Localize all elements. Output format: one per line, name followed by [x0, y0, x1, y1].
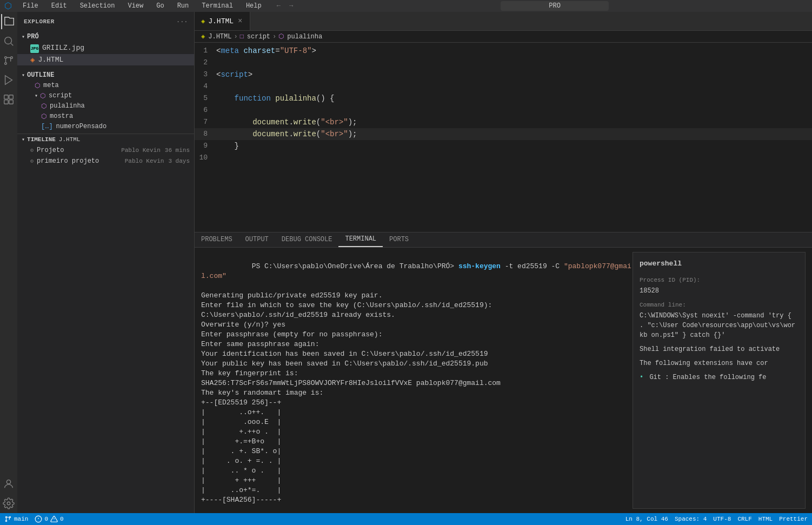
jpg-icon: JPG — [30, 43, 39, 53]
tab-jhtml-label: J.HTML — [208, 17, 234, 25]
code-line-9: 9 } — [195, 140, 812, 152]
outline-header[interactable]: ▾ OUTLINE — [17, 70, 194, 81]
line-num-4: 4 — [195, 81, 216, 92]
tab-close-button[interactable]: × — [237, 16, 243, 26]
ps-pid-value: 18528 — [640, 286, 798, 296]
line-content-1: <meta charset="UTF-8"> — [216, 45, 812, 57]
status-eol-label: CRLF — [737, 516, 751, 522]
svg-point-0 — [5, 37, 12, 44]
status-branch[interactable]: main — [4, 515, 28, 523]
menu-file[interactable]: File — [21, 1, 41, 11]
outline-script[interactable]: ▾ ⬡ script — [17, 91, 194, 101]
ps-popup-title: powershell — [640, 259, 798, 269]
pro-folder-header[interactable]: ▾ PRÓ — [17, 31, 194, 42]
file-griilz[interactable]: JPG GRIILZ.jpg — [17, 42, 194, 54]
terminal-line-4: Overwrite (y/n)? yes — [201, 320, 633, 330]
svg-point-12 — [7, 502, 10, 505]
timeline-item-1[interactable]: ⊙ primeiro projeto Pablo Kevin 3 days — [17, 156, 194, 167]
terminal-line-17: | . +. SB*. o| — [201, 447, 633, 456]
outline-numeropensado[interactable]: […] numeroPensado — [17, 122, 194, 131]
line-num-2: 2 — [195, 57, 216, 69]
status-formatter[interactable]: Prettier — [779, 516, 808, 522]
status-eol[interactable]: CRLF — [737, 516, 751, 522]
outline-mostra[interactable]: ⬡ mostra — [17, 111, 194, 122]
tab-debug-console[interactable]: DEBUG CONSOLE — [275, 232, 339, 247]
timeline-item-0[interactable]: ⊙ Projeto Pablo Kevin 36 mins — [17, 145, 194, 156]
ps-extensions-items: • Git : Enables the following fe — [640, 373, 798, 382]
line-num-3: 3 — [195, 69, 216, 81]
file-jhtml-label: J.HTML — [38, 56, 63, 64]
status-errors[interactable]: 0 0 — [35, 515, 63, 523]
nav-back[interactable]: ← — [277, 2, 281, 10]
source-control-icon[interactable] — [1, 53, 16, 68]
status-ln-col[interactable]: Ln 8, Col 46 — [625, 516, 668, 522]
line-content-2 — [216, 57, 812, 69]
code-editor[interactable]: 1 <meta charset="UTF-8"> 2 3 <script> 4 … — [195, 43, 812, 232]
run-icon[interactable] — [1, 72, 16, 88]
breadcrumb-script[interactable]: script — [247, 33, 270, 41]
line-content-7: document.write("<br>"); — [216, 116, 812, 128]
status-encoding[interactable]: UTF-8 — [713, 516, 731, 522]
outline-meta-icon: ⬡ — [35, 82, 40, 90]
svg-point-11 — [6, 480, 10, 484]
status-spaces-label: Spaces: 4 — [675, 516, 707, 522]
svg-point-2 — [5, 57, 7, 59]
extensions-icon[interactable] — [1, 92, 16, 107]
menu-run[interactable]: Run — [175, 1, 191, 11]
terminal-line-1: Generating public/private ed25519 key pa… — [201, 291, 633, 301]
terminal-line-12: +--[ED25519 256]--+ — [201, 398, 633, 408]
line-content-4 — [216, 81, 812, 92]
breadcrumb-pulalinha-icon: ⬡ — [278, 32, 284, 41]
file-jhtml[interactable]: ◈ J.HTML — [17, 54, 194, 65]
outline-mostra-icon: ⬡ — [41, 112, 46, 121]
timeline-header[interactable]: ▾ TIMELINE J.HTML — [17, 134, 194, 145]
search-icon[interactable] — [1, 34, 16, 49]
menu-edit[interactable]: Edit — [49, 1, 69, 11]
ps-cmdline-row: Command line: C:\WINDOWS\Syst noexit' -c… — [640, 300, 798, 340]
terminal-line-7: Your identification has been saved in C:… — [201, 349, 633, 359]
breadcrumb-pulalinha[interactable]: pulalinha — [287, 33, 322, 41]
status-errors-count: 0 — [44, 516, 48, 522]
pro-folder: ▾ PRÓ JPG GRIILZ.jpg ◈ J.HTML — [17, 31, 194, 65]
tab-jhtml[interactable]: ◈ J.HTML × — [195, 12, 250, 30]
terminal-line-22: +----[SHA256]-----+ — [201, 495, 633, 505]
files-icon[interactable] — [1, 14, 16, 29]
accounts-icon[interactable] — [1, 476, 16, 491]
tab-ports[interactable]: PORTS — [383, 232, 415, 247]
outline-pulalinha[interactable]: ⬡ pulalinha — [17, 101, 194, 111]
menu-terminal[interactable]: Terminal — [199, 1, 235, 11]
chevron-down-icon: ▾ — [22, 34, 25, 40]
menu-view[interactable]: View — [125, 1, 145, 11]
nav-forward[interactable]: → — [289, 2, 293, 10]
status-language[interactable]: HTML — [758, 516, 773, 522]
breadcrumb: ◈ J.HTML › □ script › ⬡ pulalinha — [195, 31, 812, 43]
line-content-8: document.write("<br>"); — [216, 128, 812, 140]
status-spaces[interactable]: Spaces: 4 — [675, 516, 707, 522]
timeline-dot-1: ⊙ — [30, 158, 34, 164]
outline-script-chevron: ▾ — [35, 92, 38, 99]
menu-help[interactable]: Help — [244, 1, 264, 11]
timeline-author-0: Pablo Kevin — [121, 147, 161, 154]
timeline-filename: J.HTML — [59, 136, 81, 143]
terminal-line-23: PS C:\Users\pablo\OneDrive\Área de Traba… — [201, 505, 633, 513]
timeline-section: ▾ TIMELINE J.HTML ⊙ Projeto Pablo Kevin … — [17, 134, 194, 167]
breadcrumb-jhtml[interactable]: J.HTML — [208, 33, 231, 41]
menu-go[interactable]: Go — [154, 1, 166, 11]
settings-icon[interactable] — [1, 496, 16, 511]
search-bar[interactable]: PRO — [501, 1, 609, 11]
html-icon: ◈ — [30, 55, 35, 64]
status-ln-col-label: Ln 8, Col 46 — [625, 516, 668, 522]
code-line-6: 6 — [195, 104, 812, 116]
tab-terminal[interactable]: TERMINAL — [338, 232, 383, 247]
more-actions-icon[interactable]: ··· — [177, 16, 188, 27]
tab-output[interactable]: OUTPUT — [239, 232, 275, 247]
terminal-line-20: | + +++ | — [201, 476, 633, 486]
outline-meta[interactable]: ⬡ meta — [17, 81, 194, 91]
activity-bar — [0, 12, 17, 513]
terminal-output[interactable]: PS C:\Users\pablo\OneDrive\Área de Traba… — [201, 252, 633, 509]
menu-selection[interactable]: Selection — [78, 1, 117, 11]
ps-shell-integration: Shell integration failed to activate — [640, 344, 798, 354]
terminal-line-2: Enter file in which to save the key (C:\… — [201, 301, 633, 310]
terminal-line-13: | ..o++. | — [201, 408, 633, 417]
tab-problems[interactable]: PROBLEMS — [195, 232, 239, 247]
